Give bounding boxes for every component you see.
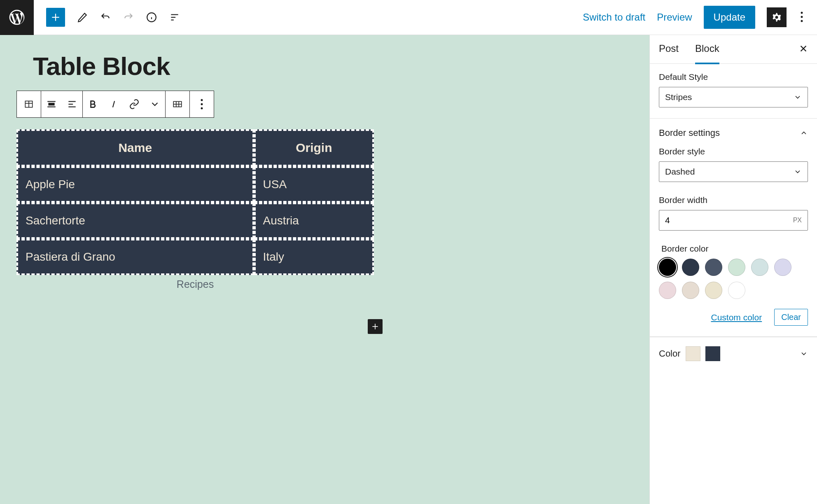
border-color-swatches — [659, 259, 808, 299]
preview-link[interactable]: Preview — [657, 12, 692, 23]
border-width-field[interactable] — [665, 215, 775, 225]
update-button[interactable]: Update — [704, 6, 755, 29]
redo-icon — [123, 12, 134, 23]
chevron-down-icon — [794, 93, 802, 101]
table-row: Sachertorte Austria — [16, 203, 374, 239]
table-header[interactable]: Origin — [254, 129, 374, 166]
add-block-button[interactable] — [46, 8, 65, 27]
edit-table-icon[interactable] — [166, 91, 189, 117]
color-swatch[interactable] — [705, 259, 722, 276]
svg-point-25 — [201, 99, 203, 101]
switch-to-draft-link[interactable]: Switch to draft — [583, 12, 645, 23]
chevron-down-icon — [794, 168, 802, 176]
add-block-inline-button[interactable] — [368, 319, 383, 334]
svg-point-26 — [201, 103, 203, 105]
table-row: Pastiera di Grano Italy — [16, 239, 374, 275]
table-block[interactable]: Name Origin Apple Pie USA Sachertorte Au… — [16, 129, 374, 290]
svg-point-8 — [801, 12, 803, 14]
text-align-icon[interactable] — [62, 91, 82, 117]
block-toolbar — [16, 91, 214, 118]
table-header[interactable]: Name — [16, 129, 254, 166]
info-icon[interactable] — [146, 12, 157, 23]
link-icon[interactable] — [124, 91, 145, 117]
align-icon[interactable] — [41, 91, 62, 117]
color-swatch[interactable] — [659, 282, 676, 299]
close-sidebar-icon[interactable] — [799, 44, 808, 54]
tab-post[interactable]: Post — [659, 35, 679, 64]
edit-tool-icon[interactable] — [77, 12, 88, 23]
table-cell[interactable]: Austria — [254, 203, 374, 239]
clear-color-button[interactable]: Clear — [774, 309, 808, 326]
custom-color-link[interactable]: Custom color — [711, 313, 762, 322]
color-swatch[interactable] — [705, 282, 722, 299]
bg-color-swatch — [705, 346, 720, 361]
toolbar-left — [34, 8, 180, 27]
chevron-up-icon — [800, 129, 808, 137]
border-style-select[interactable]: Dashed — [659, 161, 808, 182]
table-cell[interactable]: Italy — [254, 239, 374, 275]
border-width-label: Border width — [659, 195, 808, 205]
svg-point-9 — [801, 16, 803, 18]
border-style-label: Border style — [659, 147, 808, 156]
border-color-label: Border color — [661, 244, 808, 254]
top-toolbar: Switch to draft Preview Update — [0, 0, 817, 35]
chevron-down-icon — [800, 350, 808, 358]
default-style-select[interactable]: Stripes — [659, 87, 808, 107]
post-title[interactable]: Table Block — [33, 51, 170, 81]
settings-button[interactable] — [767, 7, 787, 27]
table-cell[interactable]: Apple Pie — [16, 166, 254, 203]
tab-block[interactable]: Block — [695, 35, 719, 64]
default-style-label: Default Style — [659, 72, 808, 82]
table-cell[interactable]: USA — [254, 166, 374, 203]
svg-point-10 — [801, 20, 803, 22]
color-swatch[interactable] — [659, 259, 676, 276]
table-cell[interactable]: Pastiera di Grano — [16, 239, 254, 275]
svg-line-20 — [113, 101, 114, 107]
border-settings-panel-header[interactable]: Border settings — [650, 119, 817, 142]
color-swatch[interactable] — [774, 259, 791, 276]
bold-icon[interactable] — [83, 91, 103, 117]
svg-point-27 — [201, 107, 203, 110]
more-formatting-icon[interactable] — [145, 91, 165, 117]
italic-icon[interactable] — [103, 91, 124, 117]
color-swatch[interactable] — [751, 259, 768, 276]
color-panel-row[interactable]: Color — [650, 337, 817, 370]
color-swatch[interactable] — [728, 259, 745, 276]
more-options-icon[interactable] — [798, 12, 805, 23]
toolbar-right: Switch to draft Preview Update — [583, 6, 817, 29]
wordpress-logo[interactable] — [0, 0, 34, 35]
table-caption[interactable]: Recipes — [16, 278, 374, 290]
color-swatch[interactable] — [682, 282, 699, 299]
block-more-icon[interactable] — [190, 91, 214, 117]
table-cell[interactable]: Sachertorte — [16, 203, 254, 239]
border-width-input[interactable]: PX — [659, 210, 808, 231]
outline-icon[interactable] — [169, 12, 180, 23]
sidebar-tabs: Post Block — [650, 35, 817, 64]
table-row: Apple Pie USA — [16, 166, 374, 203]
undo-icon[interactable] — [100, 12, 111, 23]
text-color-swatch — [686, 346, 700, 361]
border-width-unit: PX — [793, 217, 802, 224]
table-block-icon[interactable] — [17, 91, 41, 117]
color-label: Color — [659, 348, 681, 359]
color-swatch[interactable] — [728, 282, 745, 299]
color-swatch[interactable] — [682, 259, 699, 276]
editor-canvas: Table Block — [0, 35, 649, 504]
settings-sidebar: Post Block Default Style Stripes Border … — [649, 35, 817, 504]
svg-rect-15 — [49, 103, 54, 105]
